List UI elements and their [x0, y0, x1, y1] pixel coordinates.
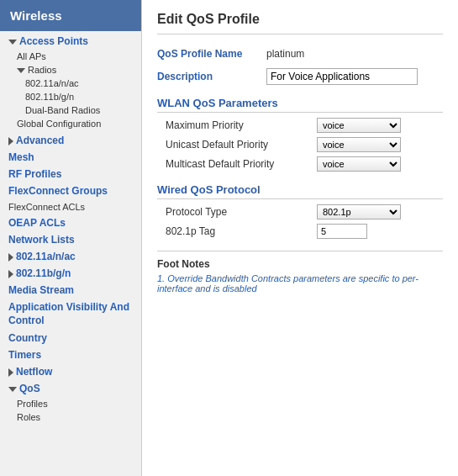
description-row: Description — [157, 68, 443, 85]
main-content: Edit QoS Profile QoS Profile Name platin… — [142, 0, 458, 476]
sidebar-item-qos[interactable]: QoS — [0, 380, 141, 397]
sidebar-item-profiles[interactable]: Profiles — [0, 397, 141, 410]
sidebar-item-dual-band[interactable]: Dual-Band Radios — [0, 103, 141, 117]
sidebar-item-80211anac-main[interactable]: 802.11a/n/ac — [0, 248, 141, 265]
sidebar-item-rf-profiles[interactable]: RF Profiles — [0, 166, 141, 182]
expand-icon — [17, 68, 25, 73]
profile-name-value: platinum — [266, 48, 304, 60]
sidebar-item-netflow[interactable]: Netflow — [0, 363, 141, 380]
expand-icon — [8, 270, 13, 278]
profile-name-label: QoS Profile Name — [157, 48, 266, 60]
wired-section-header: Wired QoS Protocol — [157, 183, 443, 199]
unicast-priority-row: Unicast Default Priority voice silver go… — [157, 137, 443, 152]
unicast-priority-select[interactable]: voice silver gold platinum bronze — [317, 137, 401, 152]
unicast-priority-label: Unicast Default Priority — [166, 139, 317, 151]
sidebar-item-avc[interactable]: Application Visibility And Control — [0, 299, 141, 330]
multicast-priority-select[interactable]: voice silver gold platinum bronze — [317, 156, 401, 172]
footnotes-section: Foot Notes 1. Override Bandwidth Contrac… — [157, 251, 443, 300]
expand-icon — [8, 253, 13, 262]
sidebar-item-roles[interactable]: Roles — [0, 410, 141, 424]
8021p-tag-input[interactable] — [317, 224, 367, 239]
sidebar-item-radios[interactable]: Radios — [0, 63, 141, 77]
expand-icon — [8, 40, 17, 45]
protocol-type-label: Protocol Type — [166, 206, 317, 218]
max-priority-label: Maximum Priority — [166, 119, 317, 131]
8021p-tag-row: 802.1p Tag — [157, 224, 443, 239]
multicast-priority-label: Multicast Default Priority — [166, 158, 317, 170]
sidebar-item-media-stream[interactable]: Media Stream — [0, 282, 141, 299]
description-label: Description — [157, 71, 266, 82]
sidebar-item-network-lists[interactable]: Network Lists — [0, 231, 141, 248]
expand-icon — [8, 368, 13, 377]
footnote-text: 1. Override Bandwidth Contracts paramete… — [157, 273, 443, 294]
multicast-priority-row: Multicast Default Priority voice silver … — [157, 156, 443, 172]
expand-icon — [8, 387, 17, 392]
max-priority-select[interactable]: voice silver gold platinum bronze — [317, 118, 401, 133]
sidebar-item-global-config[interactable]: Global Configuration — [0, 117, 141, 130]
sidebar-title: Wireless — [0, 0, 141, 31]
sidebar-item-80211bgn[interactable]: 802.11b/g/n — [0, 90, 141, 103]
sidebar-item-flexconnect-groups[interactable]: FlexConnect Groups — [0, 182, 141, 199]
sidebar: Wireless Access Points All APs Radios 80… — [0, 0, 142, 476]
sidebar-item-access-points[interactable]: Access Points — [0, 33, 141, 50]
protocol-type-select[interactable]: 802.1p none — [317, 204, 401, 219]
max-priority-row: Maximum Priority voice silver gold plati… — [157, 118, 443, 133]
expand-icon — [8, 137, 13, 145]
sidebar-item-flexconnect-acls[interactable]: FlexConnect ACLs — [0, 199, 141, 214]
sidebar-item-mesh[interactable]: Mesh — [0, 149, 141, 166]
sidebar-item-all-aps[interactable]: All APs — [0, 50, 141, 63]
sidebar-item-oeap-acls[interactable]: OEAP ACLs — [0, 214, 141, 231]
wlan-section-header: WLAN QoS Parameters — [157, 97, 443, 113]
sidebar-item-advanced[interactable]: Advanced — [0, 132, 141, 149]
description-input[interactable] — [266, 68, 418, 85]
sidebar-item-timers[interactable]: Timers — [0, 346, 141, 363]
protocol-type-row: Protocol Type 802.1p none — [157, 204, 443, 219]
sidebar-item-80211anac[interactable]: 802.11a/n/ac — [0, 77, 141, 90]
footnotes-title: Foot Notes — [157, 258, 443, 270]
page-title: Edit QoS Profile — [157, 12, 443, 34]
sidebar-item-80211bgn-main[interactable]: 802.11b/g/n — [0, 265, 141, 282]
8021p-tag-label: 802.1p Tag — [166, 225, 317, 237]
sidebar-item-country[interactable]: Country — [0, 330, 141, 346]
profile-name-row: QoS Profile Name platinum — [157, 48, 443, 60]
